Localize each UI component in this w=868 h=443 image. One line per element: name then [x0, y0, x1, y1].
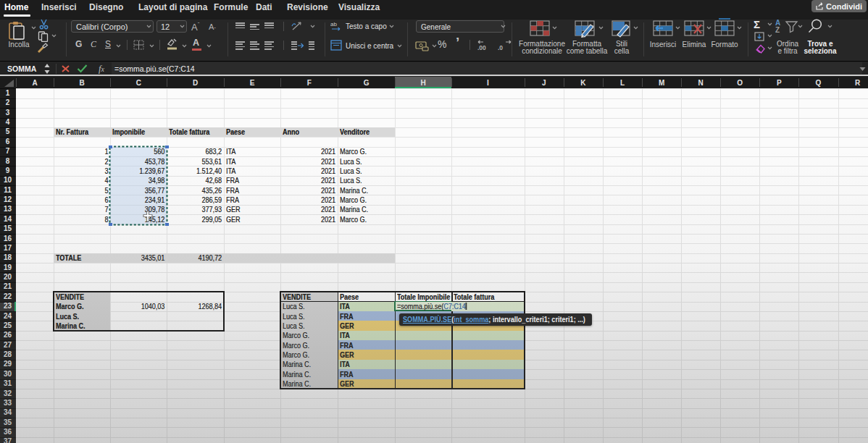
svg-text:.00: .00 [477, 44, 486, 51]
svg-text:.0: .0 [498, 44, 503, 51]
svg-text:ab: ab [330, 21, 337, 28]
